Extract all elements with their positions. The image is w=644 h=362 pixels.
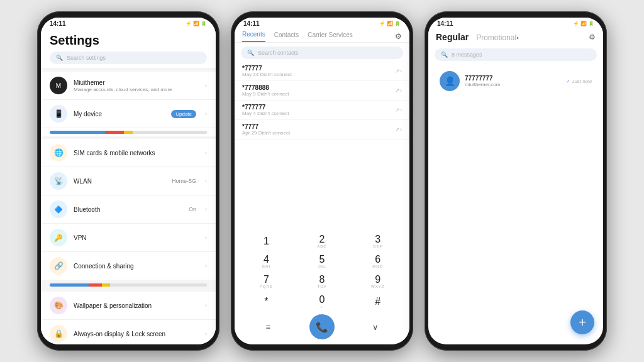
message-avatar-1: 👤 xyxy=(440,71,460,91)
device-label: My device xyxy=(74,111,165,118)
dial-key-5[interactable]: 5JKL xyxy=(294,251,350,272)
status-time-2: 14:11 xyxy=(243,20,260,27)
vpn-text: VPN xyxy=(74,234,199,241)
tab-recents[interactable]: Recents xyxy=(242,31,265,42)
messages-header: Regular Promotional• ⚙ xyxy=(428,28,603,45)
bluetooth-text: Bluetooth xyxy=(74,206,182,213)
promo-dot: • xyxy=(516,35,519,41)
dial-key-star[interactable]: * xyxy=(238,292,294,312)
recent-item-1[interactable]: *77777 May 24 Didn't connect ↗ › xyxy=(235,62,409,81)
dial-key-0[interactable]: 0+ xyxy=(294,292,350,312)
dial-key-hash[interactable]: # xyxy=(350,292,406,312)
status-time-1: 14:11 xyxy=(50,20,66,27)
account-sub: Manage accounts, cloud services, and mor… xyxy=(74,87,199,92)
msg-search-placeholder: 8 messages xyxy=(452,52,482,58)
chevron-icon: › xyxy=(205,82,207,89)
sharing-chevron: › xyxy=(205,263,207,269)
dial-key-3[interactable]: 3DEF xyxy=(350,231,406,251)
aod-text: Always-on display & Lock screen xyxy=(74,331,199,337)
phone-settings: 14:11 ⚡ 📶 🔋 Settings 🔍 Search settings M… xyxy=(37,11,219,351)
dial-key-9[interactable]: 9WXYZ xyxy=(350,272,406,292)
dial-key-8[interactable]: 8TUV xyxy=(294,272,350,292)
device-text: My device xyxy=(74,111,165,118)
dialer-search-placeholder: Search contacts xyxy=(258,50,299,56)
tab-carrier-services[interactable]: Carrier Services xyxy=(308,31,353,41)
update-badge: Update xyxy=(171,110,196,118)
call-icon-2: ↗ xyxy=(395,87,400,94)
messages-search-bar[interactable]: 🔍 8 messages xyxy=(435,48,597,61)
recent-item-2[interactable]: *7778888 May 9 Didn't connect ↗ › xyxy=(235,81,409,101)
vpn-chevron: › xyxy=(205,234,207,241)
recent-info-3: *777777 May 4 Didn't connect xyxy=(242,104,395,116)
pb-gray xyxy=(133,131,207,134)
dialer-search-bar[interactable]: 🔍 Search contacts xyxy=(241,47,403,59)
wlan-label: WLAN xyxy=(74,178,165,185)
recent-info-1: *77777 May 24 Didn't connect xyxy=(242,65,395,77)
dialer-tabs: Recents Contacts Carrier Services ⚙ xyxy=(235,28,409,43)
dial-key-7[interactable]: 7PQRS xyxy=(238,272,294,292)
pb2-yellow xyxy=(102,283,109,287)
vpn-icon: 🔑 xyxy=(50,229,67,246)
wallpaper-label: Wallpaper & personalization xyxy=(74,302,199,309)
settings-sim-item[interactable]: 🌐 SIM cards & mobile networks › xyxy=(41,139,216,167)
dialer-gear-icon[interactable]: ⚙ xyxy=(395,32,402,41)
settings-vpn-item[interactable]: 🔑 VPN › xyxy=(41,224,216,252)
aod-label: Always-on display & Lock screen xyxy=(74,331,199,337)
settings-wallpaper-item[interactable]: 🎨 Wallpaper & personalization › xyxy=(41,292,216,320)
status-icons-1: ⚡ 📶 🔋 xyxy=(186,21,207,26)
phone-messages: 14:11 ⚡ 📶 🔋 Regular Promotional• ⚙ 🔍 8 m… xyxy=(425,11,607,351)
sim-label: SIM cards & mobile networks xyxy=(74,150,199,156)
status-bar-messages: 14:11 ⚡ 📶 🔋 xyxy=(428,18,603,28)
voicemail-button[interactable]: ≡ xyxy=(260,318,277,336)
aod-chevron: › xyxy=(205,331,207,337)
sim-text: SIM cards & mobile networks xyxy=(74,150,199,156)
settings-search-bar[interactable]: 🔍 Search settings xyxy=(50,52,207,64)
settings-aod-item[interactable]: 🔒 Always-on display & Lock screen › xyxy=(41,320,216,344)
messages-tabs: Regular Promotional• xyxy=(436,32,519,42)
dial-key-4[interactable]: 4GHI xyxy=(238,251,294,272)
status-icons-3: ⚡ 📶 🔋 xyxy=(573,21,594,26)
recent-item-3[interactable]: *777777 May 4 Didn't connect ↗ › xyxy=(235,101,409,120)
dial-key-1[interactable]: 1 xyxy=(238,231,294,251)
settings-header: Settings 🔍 Search settings xyxy=(41,28,216,68)
settings-device-item[interactable]: 📱 My device Update › xyxy=(41,100,216,128)
message-item-1[interactable]: 👤 77777777 miuithemer.com ✓ Just now xyxy=(433,66,598,96)
sim-icon: 🌐 xyxy=(50,144,67,162)
settings-wlan-item[interactable]: 📡 WLAN Home-5G › xyxy=(41,167,216,195)
dial-key-6[interactable]: 6MNO xyxy=(350,251,406,272)
tab-contacts[interactable]: Contacts xyxy=(274,31,299,41)
recents-list: *77777 May 24 Didn't connect ↗ › *777888… xyxy=(235,62,409,229)
wlan-icon: 📡 xyxy=(50,172,67,190)
aod-icon: 🔒 xyxy=(50,325,67,343)
bluetooth-chevron: › xyxy=(205,206,207,212)
message-sender-1: 77777777 xyxy=(465,75,561,82)
device-chevron: › xyxy=(205,111,207,117)
status-bar-settings: 14:11 ⚡ 📶 🔋 xyxy=(41,18,216,28)
expand-button[interactable]: ∨ xyxy=(367,318,384,336)
wlan-text: WLAN xyxy=(74,178,165,185)
dial-actions: ≡ 📞 ∨ xyxy=(235,312,409,344)
phone-dialer: 14:11 ⚡ 📶 🔋 Recents Contacts Carrier Ser… xyxy=(231,11,413,351)
settings-account-item[interactable]: M Miuithemer Manage accounts, cloud serv… xyxy=(41,72,216,100)
tab-regular[interactable]: Regular xyxy=(436,32,469,42)
recent-info-2: *7778888 May 9 Didn't connect xyxy=(242,84,395,97)
dial-key-2[interactable]: 2ABC xyxy=(294,231,350,251)
tab-promotional[interactable]: Promotional• xyxy=(476,33,519,42)
msg-search-icon: 🔍 xyxy=(441,52,448,58)
settings-bluetooth-item[interactable]: 🔷 Bluetooth On › xyxy=(41,195,216,224)
call-button[interactable]: 📞 xyxy=(309,314,335,339)
pb2-blue xyxy=(50,283,89,287)
wallpaper-icon: 🎨 xyxy=(50,297,67,314)
call-icon-4: ↗ xyxy=(395,126,400,133)
settings-network-section: 🌐 SIM cards & mobile networks › 📡 WLAN H… xyxy=(41,139,216,280)
messages-gear-icon[interactable]: ⚙ xyxy=(589,33,596,41)
wallpaper-text: Wallpaper & personalization xyxy=(74,302,199,309)
messages-screen-wrap: Regular Promotional• ⚙ 🔍 8 messages 👤 77… xyxy=(428,28,603,344)
wallpaper-chevron: › xyxy=(205,302,207,309)
wlan-chevron: › xyxy=(205,178,207,184)
messages-list: 👤 77777777 miuithemer.com ✓ Just now xyxy=(428,63,603,344)
compose-fab-button[interactable]: + xyxy=(570,310,594,334)
recent-item-4[interactable]: *7777 Apr 29 Didn't connect ↗ › xyxy=(235,120,409,140)
settings-content: M Miuithemer Manage accounts, cloud serv… xyxy=(41,68,216,344)
settings-sharing-item[interactable]: 🔗 Connection & sharing › xyxy=(41,252,216,280)
